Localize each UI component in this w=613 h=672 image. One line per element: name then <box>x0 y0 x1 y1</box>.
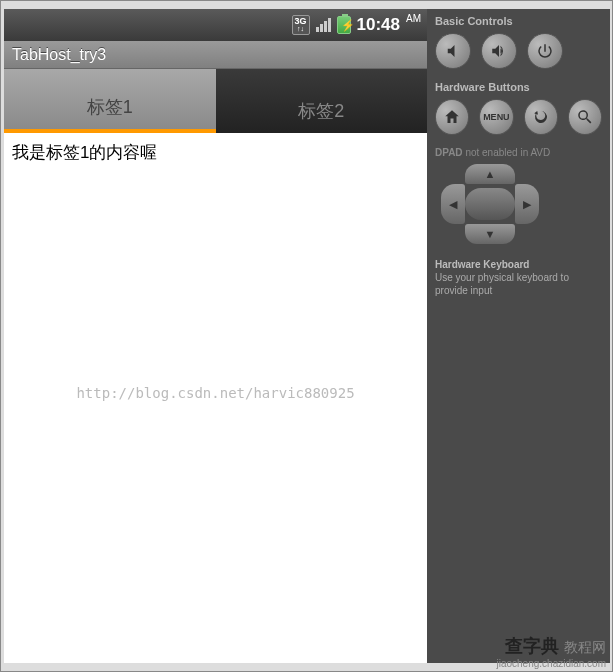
tab-label: 标签2 <box>298 99 344 123</box>
menu-label: MENU <box>483 112 510 122</box>
footer-brand: 查字典 教程网 jiaocheng.chazidian.com <box>496 634 606 669</box>
volume-up-button[interactable] <box>481 33 517 69</box>
volume-down-icon <box>444 42 462 60</box>
status-ampm: AM <box>406 13 421 24</box>
power-icon <box>536 42 554 60</box>
basic-controls-title: Basic Controls <box>435 15 602 27</box>
menu-button[interactable]: MENU <box>479 99 513 135</box>
hardware-buttons-title: Hardware Buttons <box>435 81 602 93</box>
battery-icon: ⚡ <box>337 16 351 34</box>
emulator-side-panel: Basic Controls Hardware Buttons MENU <box>427 9 610 663</box>
dpad: ▲ ◀ ▶ ▼ <box>435 164 545 244</box>
brand-name: 查字典 <box>505 636 559 656</box>
dpad-section: DPAD not enabled in AVD <box>435 147 602 158</box>
status-bar: 3G ↑↓ ⚡ 10:48 AM <box>4 9 427 41</box>
dpad-title: DPAD <box>435 147 463 158</box>
dpad-up-button[interactable]: ▲ <box>465 164 515 184</box>
dpad-left-button[interactable]: ◀ <box>441 184 465 224</box>
search-button[interactable] <box>568 99 602 135</box>
status-time: 10:48 <box>357 15 400 35</box>
back-button[interactable] <box>524 99 558 135</box>
power-button[interactable] <box>527 33 563 69</box>
search-icon <box>576 108 594 126</box>
volume-down-button[interactable] <box>435 33 471 69</box>
app-title-bar: TabHost_try3 <box>4 41 427 69</box>
home-icon <box>443 108 461 126</box>
brand-url: jiaocheng.chazidian.com <box>496 658 606 669</box>
home-button[interactable] <box>435 99 469 135</box>
volume-up-icon <box>490 42 508 60</box>
tab-bar: 标签1 标签2 <box>4 69 427 133</box>
phone-screen: 3G ↑↓ ⚡ 10:48 AM TabHost_try3 标签1 标签2 <box>4 9 427 663</box>
signal-icon <box>316 18 331 32</box>
dpad-note: not enabled in AVD <box>465 147 550 158</box>
app-title: TabHost_try3 <box>12 46 106 64</box>
emulator-frame: 3G ↑↓ ⚡ 10:48 AM TabHost_try3 标签1 标签2 <box>4 9 610 663</box>
tab-label: 标签1 <box>87 95 133 119</box>
dpad-right-button[interactable]: ▶ <box>515 184 539 224</box>
dpad-down-button[interactable]: ▼ <box>465 224 515 244</box>
back-icon <box>532 108 550 126</box>
tab-2[interactable]: 标签2 <box>216 69 428 133</box>
dpad-center-button[interactable] <box>465 188 515 220</box>
keyboard-note: Use your physical keyboard to provide in… <box>435 271 602 297</box>
keyboard-title: Hardware Keyboard <box>435 258 602 271</box>
tab-content: 我是标签1的内容喔 http://blog.csdn.net/harvic880… <box>4 133 427 663</box>
brand-suffix: 教程网 <box>564 639 606 655</box>
content-text: 我是标签1的内容喔 <box>12 141 419 164</box>
keyboard-section: Hardware Keyboard Use your physical keyb… <box>435 258 602 297</box>
watermark-text: http://blog.csdn.net/harvic880925 <box>76 385 354 401</box>
network-3g-icon: 3G ↑↓ <box>292 15 310 35</box>
tab-1[interactable]: 标签1 <box>4 69 216 133</box>
